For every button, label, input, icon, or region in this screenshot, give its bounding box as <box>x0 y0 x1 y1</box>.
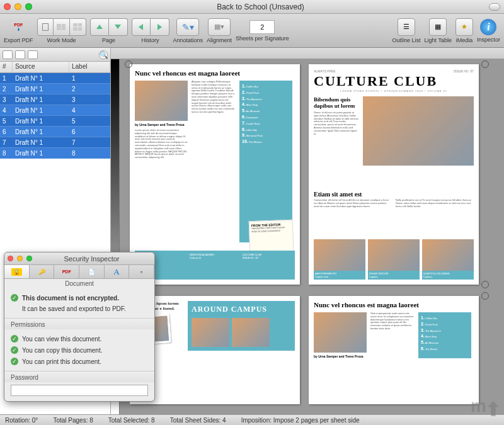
inspector-tabs: 🔒 🔑 PDF 📄 A ▫ <box>4 265 154 279</box>
grid-icon: ▦ <box>435 23 441 31</box>
list-item: 5. Art Museum <box>242 108 290 114</box>
list-item: 6. The Beach <box>421 346 469 352</box>
pdf-icon[interactable]: PDF⬇ <box>10 18 26 36</box>
thumb-3 <box>422 239 474 271</box>
page-icon: 📄 <box>88 269 95 275</box>
zoom-icon[interactable] <box>25 3 32 10</box>
toolbar-pill-icon[interactable] <box>489 3 500 11</box>
outline-list-button[interactable]: ☰ <box>398 18 415 36</box>
list-item: 9. Memorial Park <box>242 132 290 139</box>
view-mode-2-button[interactable] <box>15 50 25 59</box>
tab-more[interactable]: ▫ <box>129 265 154 278</box>
close-icon[interactable] <box>4 3 11 10</box>
tab-page[interactable]: 📄 <box>79 265 105 278</box>
p2-issue: ISSUE NO. 07 <box>454 69 474 73</box>
p2-col2: Nulla purificatem aut sit Te amet magna … <box>396 199 474 230</box>
work-mode-1-button[interactable] <box>37 18 54 36</box>
triangle-left-icon <box>139 24 143 30</box>
col-label[interactable]: Label <box>69 62 110 72</box>
table-row[interactable]: 7Draft N° 17 <box>0 137 110 148</box>
security-inspector-panel[interactable]: Security Inspector 🔒 🔑 PDF 📄 A ▫ Documen… <box>4 252 155 402</box>
status-total-sides: Total Sheet Sides: 4 <box>170 417 226 424</box>
inspector-button[interactable]: i <box>480 19 496 35</box>
triangle-up-icon <box>96 25 103 29</box>
encrypt-msg: This document is not encrypted. <box>22 295 119 302</box>
minimize-icon[interactable] <box>17 256 23 261</box>
doc-icon: ▫ <box>140 269 142 275</box>
close-icon[interactable] <box>8 256 13 261</box>
tab-security[interactable]: 🔒 <box>4 265 30 278</box>
page-up-button[interactable] <box>90 18 109 36</box>
imedia-button[interactable]: ★ <box>455 18 473 36</box>
table-row[interactable]: 5Draft N° 15 <box>0 116 110 127</box>
tab-text[interactable]: A <box>105 265 130 278</box>
annotations-label: Annotations <box>173 37 203 43</box>
password-input[interactable] <box>11 385 148 396</box>
canvas[interactable]: Nunc vel rhoncus est magna laoreet by Ur… <box>111 48 504 414</box>
annotations-button[interactable]: ✎▾ <box>176 18 199 36</box>
col-source[interactable]: Source <box>13 62 69 72</box>
sheet-2[interactable]: ALWAYS FREE ISSUE NO. 07 CULTURE CLUB LO… <box>309 64 479 285</box>
check-icon: ✓ <box>11 335 18 343</box>
history-back-button[interactable] <box>132 18 151 36</box>
history-fwd-button[interactable] <box>151 18 169 36</box>
annotations-icon: ✎▾ <box>182 22 194 32</box>
p2-sub: LOREM IPSEN SCHOOL • SPRING/SUMMER 2009 … <box>314 89 474 93</box>
export-pdf-label: Export PDF <box>4 37 33 43</box>
key-icon: 🔑 <box>38 269 45 275</box>
p2-h1: Bibendum quis dapibus ut lorem <box>314 96 359 109</box>
table-row[interactable]: 3Draft N° 13 <box>0 94 110 105</box>
table-row[interactable]: 4Draft N° 14 <box>0 105 110 116</box>
page-down-button[interactable] <box>109 18 128 36</box>
pdf-icon: PDF <box>62 269 71 274</box>
table-row[interactable]: 1Draft N° 11 <box>0 73 110 84</box>
alignment-label: Alignment <box>207 37 232 43</box>
inspector-title: Security Inspector <box>32 255 151 263</box>
sheet-4[interactable]: Nunc vel rhoncus est magna laoreet by Ur… <box>309 296 479 404</box>
group-photo <box>363 96 474 166</box>
sheet-3[interactable]: d adminim hpsm lorem xerc, petetur e fne… <box>130 296 300 404</box>
crop-handle[interactable] <box>481 60 488 67</box>
tab-pdf[interactable]: PDF <box>54 265 79 278</box>
lock-icon: 🔒 <box>11 268 22 276</box>
thumb-2 <box>368 239 420 271</box>
list-item: 3. The Aquarium <box>242 96 290 102</box>
sidebar-header: # Source Label <box>0 62 110 73</box>
list-item: 1. Coffee Bar <box>421 315 469 321</box>
tab-key[interactable]: 🔑 <box>30 265 55 278</box>
watermark: m <box>471 396 499 416</box>
status-imposition: Imposition: Impose 2 pages per sheet sid… <box>241 417 360 424</box>
imedia-label: iMedia <box>456 37 473 43</box>
col-num[interactable]: # <box>0 62 13 72</box>
crop-handle[interactable] <box>481 281 488 287</box>
check-icon: ✓ <box>11 294 18 302</box>
p2-masthead: CULTURE CLUB <box>314 73 474 89</box>
footer-boxes: LOREMColumn A BRISTOW ACADEMYColumn B CU… <box>135 251 295 280</box>
light-table-button[interactable]: ▦ <box>429 18 447 36</box>
inspector-titlebar[interactable]: Security Inspector <box>4 252 154 265</box>
ruler <box>111 48 504 59</box>
body-text: Lorem ipsum dolor sit amet consectetur a… <box>135 129 188 242</box>
p3-headline: AROUND CAMPUS <box>192 305 291 314</box>
view-mode-1-button[interactable] <box>3 50 13 59</box>
sheets-per-sig-input[interactable] <box>249 20 275 34</box>
view-mode-3-button[interactable] <box>28 50 38 59</box>
alignment-button[interactable]: ▦▾ <box>208 18 231 36</box>
body-col2: Aliquam erat volutpat Pellentesque habit… <box>192 81 236 242</box>
work-mode-3-button[interactable] <box>70 18 86 36</box>
light-table-label: Light Table <box>425 37 452 43</box>
sidebar-list: 1. Coffee Bar2. Portal Park3. The Aquari… <box>239 81 292 242</box>
work-mode-2-button[interactable] <box>54 18 70 36</box>
table-row[interactable]: 6Draft N° 16 <box>0 127 110 137</box>
crop-handle[interactable] <box>481 292 488 298</box>
check-icon: ✓ <box>11 358 18 365</box>
search-icon[interactable]: 🔍 <box>99 50 108 59</box>
crop-handle[interactable] <box>125 60 131 67</box>
zoom-icon[interactable] <box>26 256 32 261</box>
check-icon: ✓ <box>11 346 18 354</box>
sheet-1[interactable]: Nunc vel rhoncus est magna laoreet by Ur… <box>130 64 300 285</box>
minimize-icon[interactable] <box>14 3 21 10</box>
table-row[interactable]: 8Draft N° 18 <box>0 148 110 159</box>
table-row[interactable]: 2Draft N° 12 <box>0 84 110 94</box>
alignment-icon: ▦▾ <box>214 23 224 31</box>
